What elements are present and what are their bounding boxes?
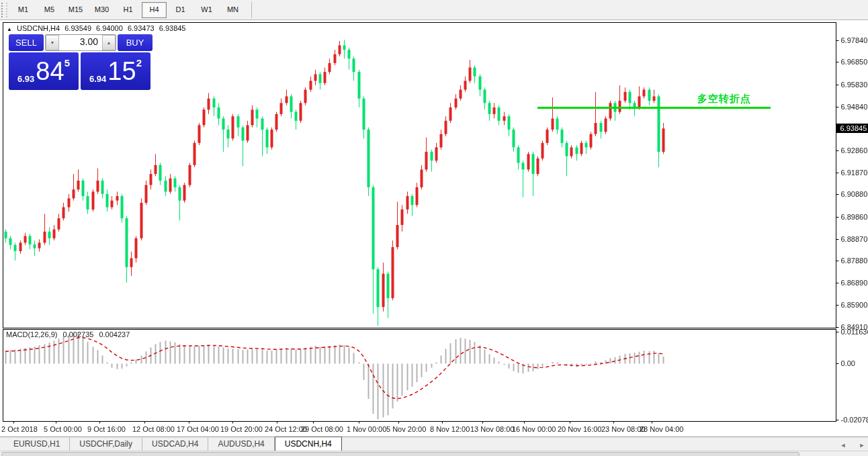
tab-usdcnh-h4[interactable]: USDCNH,H4 [275, 437, 342, 451]
sell-button[interactable]: SELL [9, 34, 44, 51]
ohlc-close-value: 6.93845 [159, 24, 186, 32]
toolbar-grip-handle[interactable] [1, 3, 7, 17]
ohlc-high-value: 6.94000 [96, 24, 123, 32]
timeframe-button-m1[interactable]: M1 [11, 2, 36, 18]
horizontal-scrollbar[interactable] [0, 451, 868, 456]
timeframe-button-mn[interactable]: MN [220, 2, 245, 18]
horizontal-scrollbar-thumb[interactable] [1, 452, 799, 456]
toolbar-divider [251, 2, 252, 18]
macd-signal-value: 0.004237 [99, 330, 130, 338]
sell-price-superscript: 5 [64, 57, 70, 69]
one-click-trading-panel: SELL ▼ 3.00 ▲ BUY 6.93 84 5 6.94 15 2 [9, 34, 153, 90]
ohlc-open-value: 6.93549 [64, 24, 91, 32]
sell-quote-box[interactable]: 6.93 84 5 [9, 52, 79, 90]
tab-scroll-right-icon[interactable]: ► [856, 440, 868, 451]
macd-main-value: 0.002735 [62, 330, 93, 338]
tab-usdcad-h4[interactable]: USDCAD,H4 [142, 438, 208, 451]
macd-name: MACD(12,26,9) [6, 330, 57, 338]
timeframe-toolbar: M1 M5 M15 M30 H1 H4 D1 W1 MN [0, 0, 868, 20]
volume-input[interactable]: 3.00 [59, 35, 102, 50]
macd-indicator-label: MACD(12,26,9) 0.002735 0.004237 [6, 330, 133, 338]
timeframe-button-h4[interactable]: H4 [142, 2, 167, 18]
sell-price-prefix: 6.93 [17, 74, 34, 84]
timeframe-button-w1[interactable]: W1 [194, 2, 219, 18]
volume-increase-arrow-icon[interactable]: ▲ [102, 35, 116, 50]
ohlc-low-value: 6.93473 [128, 24, 155, 32]
buy-button[interactable]: BUY [118, 34, 153, 51]
trendline-annotation-text: 多空转折点 [697, 93, 751, 105]
timeframe-button-m30[interactable]: M30 [89, 2, 114, 18]
buy-price-prefix: 6.94 [89, 74, 106, 84]
tabbar-spacer [342, 438, 837, 451]
chart-tab-bar: EURUSD,H1 USDCHF,Daily USDCAD,H4 AUDUSD,… [0, 437, 868, 451]
collapse-triangle-icon[interactable]: ▲ [7, 26, 12, 32]
tab-audusd-h4[interactable]: AUDUSD,H4 [208, 438, 274, 451]
volume-stepper: ▼ 3.00 ▲ [45, 34, 116, 51]
buy-quote-box[interactable]: 6.94 15 2 [81, 52, 150, 90]
sell-price-main: 84 [36, 54, 64, 89]
volume-decrease-arrow-icon[interactable]: ▼ [46, 35, 59, 50]
buy-price-superscript: 2 [136, 57, 142, 69]
timeframe-button-d1[interactable]: D1 [168, 2, 193, 18]
timeframe-button-m5[interactable]: M5 [37, 2, 62, 18]
timeframe-button-m15[interactable]: M15 [63, 2, 88, 18]
timeframe-button-h1[interactable]: H1 [116, 2, 140, 18]
tab-usdchf-daily[interactable]: USDCHF,Daily [70, 438, 142, 451]
buy-price-main: 15 [107, 54, 136, 89]
tab-scroll-left-icon[interactable]: ◄ [837, 440, 849, 451]
chart-ohlc-header: ▲ USDCNH,H4 6.93549 6.94000 6.93473 6.93… [7, 24, 188, 32]
chart-symbol-label: USDCNH,H4 [17, 24, 60, 32]
tab-eurusd-h1[interactable]: EURUSD,H1 [4, 438, 70, 451]
